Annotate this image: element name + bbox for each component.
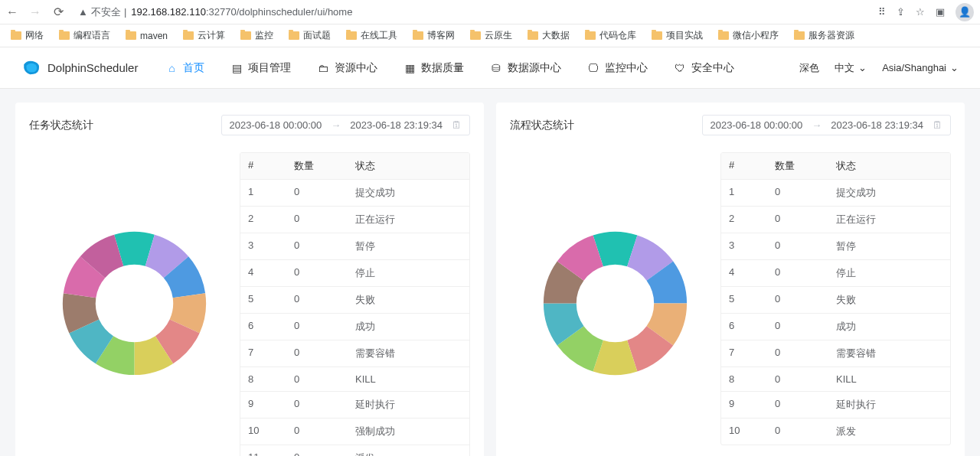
date-from: 2023-06-18 00:00:00	[710, 119, 803, 131]
table-row: 100强制成功	[240, 419, 469, 445]
cell-status: KILL	[828, 367, 950, 392]
nav-item-0[interactable]: ⌂首页	[165, 61, 204, 75]
sidepanel-icon[interactable]: ▣	[936, 6, 945, 18]
cell-status: 失败	[348, 287, 469, 314]
table-row: 20正在运行	[240, 207, 469, 233]
status-table: #数量状态10提交成功20正在运行30暂停40停止50失败60成功70需要容错8…	[720, 152, 951, 445]
folder-icon	[346, 31, 357, 40]
bookmark-item[interactable]: 微信小程序	[712, 27, 785, 44]
cell-index: 4	[721, 260, 767, 287]
cell-status: 延时执行	[348, 392, 469, 419]
bookmark-item[interactable]: 在线工具	[340, 27, 403, 44]
bookmark-item[interactable]: 网络	[5, 27, 50, 44]
theme-toggle[interactable]: 深色	[799, 61, 819, 75]
table-row: 60成功	[721, 314, 950, 340]
card-header: 流程状态统计2023-06-18 00:00:00→2023-06-18 23:…	[510, 115, 951, 135]
table-header: #数量状态	[240, 153, 469, 180]
table-row: 30暂停	[721, 233, 950, 260]
cell-count: 0	[767, 419, 828, 445]
stats-card: 任务状态统计2023-06-18 00:00:00→2023-06-18 23:…	[15, 103, 484, 456]
nav-item-6[interactable]: 🛡安全中心	[674, 61, 734, 75]
share-icon[interactable]: ⇪	[897, 6, 905, 18]
url-path: :32770/dolphinscheduler/ui/home	[206, 6, 353, 18]
nav-label: 项目管理	[248, 61, 291, 75]
bookmark-item[interactable]: maven	[119, 28, 174, 44]
cell-status: KILL	[348, 367, 469, 392]
cell-index: 6	[721, 314, 767, 340]
nav-icon: ⛁	[490, 62, 502, 74]
bookmark-item[interactable]: 监控	[234, 27, 279, 44]
bookmark-label: 云原生	[485, 29, 512, 42]
cell-index: 10	[721, 419, 767, 445]
status-table: #数量状态10提交成功20正在运行30暂停40停止50失败60成功70需要容错8…	[240, 152, 470, 456]
bookmark-item[interactable]: 面试题	[283, 27, 337, 44]
nav-item-2[interactable]: 🗀资源中心	[317, 61, 377, 75]
warning-icon: ▲	[78, 6, 88, 18]
browser-toolbar: ← → ⟳ ▲ 不安全 | 192.168.182.110:32770/dolp…	[0, 0, 980, 24]
dolphin-logo-icon	[21, 58, 41, 78]
app-logo[interactable]: DolphinScheduler	[21, 58, 138, 78]
cell-index: 7	[240, 340, 286, 367]
bookmark-item[interactable]: 博客网	[407, 27, 461, 44]
nav-item-3[interactable]: ▦数据质量	[403, 61, 464, 75]
nav-item-1[interactable]: ▤项目管理	[230, 61, 291, 75]
nav-label: 数据源中心	[508, 61, 561, 75]
person-icon: 👤	[959, 6, 971, 18]
donut-chart	[60, 229, 209, 378]
cell-count: 0	[286, 340, 348, 367]
bookmark-item[interactable]: 大数据	[521, 27, 576, 44]
card-title: 流程状态统计	[510, 119, 574, 132]
table-row: 50失败	[240, 287, 469, 314]
cell-status: 延时执行	[828, 392, 950, 419]
folder-icon	[413, 31, 423, 40]
cell-count: 0	[767, 287, 828, 314]
cell-index: 1	[240, 180, 286, 207]
cell-status: 需要容错	[828, 340, 950, 367]
table-header: #数量状态	[721, 153, 950, 180]
cell-index: 11	[240, 445, 286, 456]
cell-count: 0	[286, 207, 348, 233]
reload-button[interactable]: ⟳	[52, 5, 64, 19]
nav-label: 数据质量	[421, 61, 464, 75]
main-nav: ⌂首页▤项目管理🗀资源中心▦数据质量⛁数据源中心🖵监控中心🛡安全中心	[165, 61, 734, 75]
nav-label: 首页	[183, 61, 204, 75]
table-row: 10提交成功	[240, 180, 469, 207]
bookmark-star-icon[interactable]: ☆	[916, 6, 925, 18]
bookmark-item[interactable]: 云原生	[464, 27, 518, 44]
profile-avatar[interactable]: 👤	[956, 3, 974, 21]
card-title: 任务状态统计	[29, 119, 93, 132]
table-row: 40停止	[721, 260, 950, 287]
header-right: 深色 中文 ⌄ Asia/Shanghai ⌄	[799, 61, 959, 75]
date-range-picker[interactable]: 2023-06-18 00:00:00→2023-06-18 23:19:34🗓	[702, 115, 951, 135]
back-button[interactable]: ←	[6, 5, 18, 19]
bookmark-label: 服务器资源	[808, 29, 854, 42]
tz-dropdown[interactable]: Asia/Shanghai ⌄	[882, 62, 959, 73]
donut-chart	[541, 229, 690, 378]
translate-icon[interactable]: ⠿	[878, 6, 886, 18]
date-range-picker[interactable]: 2023-06-18 00:00:00→2023-06-18 23:19:34🗓	[221, 115, 470, 135]
lang-dropdown[interactable]: 中文 ⌄	[835, 61, 867, 75]
bookmark-item[interactable]: 服务器资源	[788, 27, 861, 44]
folder-icon	[183, 31, 194, 40]
cell-index: 10	[240, 419, 286, 445]
bookmark-label: 微信小程序	[733, 29, 779, 42]
address-bar[interactable]: ▲ 不安全 | 192.168.182.110:32770/dolphinsch…	[75, 5, 867, 19]
arrow-right-icon: →	[331, 119, 341, 131]
bookmark-label: 在线工具	[361, 29, 397, 42]
nav-icon: 🗀	[317, 62, 329, 74]
cell-status: 暂停	[348, 233, 469, 260]
folder-icon	[126, 31, 136, 40]
bookmark-item[interactable]: 项目实战	[645, 27, 709, 44]
bookmark-item[interactable]: 代码仓库	[579, 27, 642, 44]
bookmark-label: 代码仓库	[599, 29, 636, 42]
table-row: 40停止	[240, 260, 469, 287]
forward-button[interactable]: →	[29, 5, 41, 19]
nav-item-5[interactable]: 🖵监控中心	[587, 61, 648, 75]
cell-count: 0	[767, 340, 828, 367]
bookmark-item[interactable]: 云计算	[177, 27, 231, 44]
bookmark-item[interactable]: 编程语言	[53, 27, 116, 44]
nav-item-4[interactable]: ⛁数据源中心	[490, 61, 561, 75]
card-header: 任务状态统计2023-06-18 00:00:00→2023-06-18 23:…	[29, 115, 470, 135]
col-index: #	[240, 153, 286, 180]
cell-status: 停止	[828, 260, 950, 287]
